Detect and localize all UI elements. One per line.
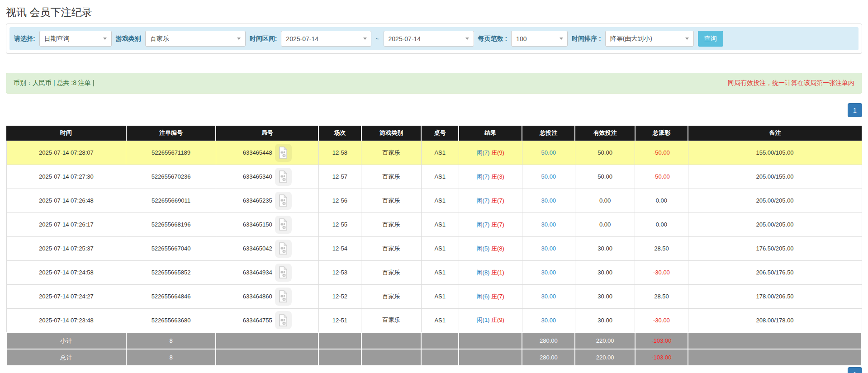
cell-valid-bet: 30.00 [575,236,635,260]
round-id-text: 633465042 [243,245,272,252]
cell-remark: 205.00/205.00 [688,212,862,236]
result-player: 闲(7) [477,197,490,204]
header-payout: 总派彩 [635,126,688,141]
date-from-picker[interactable]: 2025-07-14 [281,31,371,47]
pagination-bottom: 1 [848,367,862,373]
same-round-notice: 同局有效投注，统一计算在该局第一张注单内 [728,79,854,87]
result-player: 闲(1) [477,316,490,323]
file-video-icon[interactable] [275,192,292,210]
cell-valid-bet: 30.00 [575,260,635,284]
sort-order-value: 降幂(由大到小) [606,31,681,46]
cell-result: 闲(6) 庄(7) [459,284,522,308]
subtotal-count: 8 [126,332,216,349]
cell-round-id: 633465448 [216,141,318,165]
cell-time: 2025-07-14 07:24:58 [6,260,126,284]
filter-panel: 请选择: 日期查询 游戏类别 百家乐 时间区间: 2025-07-14 ~ 20… [6,24,862,54]
chevron-down-icon [359,31,371,46]
cell-total-bet: 30.00 [522,189,575,212]
cell-remark: 205.00/155.00 [688,165,862,189]
date-from-value: 2025-07-14 [281,31,359,46]
page-size-select[interactable]: 100 [511,31,568,47]
cell-valid-bet: 50.00 [575,165,635,189]
header-table-no: 桌号 [421,126,459,141]
file-video-icon[interactable] [275,168,292,186]
result-banker: 庄(7) [491,221,504,228]
cell-session: 12-58 [318,141,361,165]
sort-order-label: 时间排序 : [572,35,601,43]
result-banker: 庄(7) [491,197,504,204]
cell-bet-id: 522655667040 [126,236,216,260]
file-video-icon[interactable] [275,216,292,234]
page-button-1-bottom[interactable]: 1 [848,367,862,373]
header-round-id: 局号 [216,126,318,141]
cell-table-no: AS1 [421,189,459,212]
cell-remark: 206.50/176.50 [688,260,862,284]
cell-session: 12-52 [318,284,361,308]
date-range-tilde: ~ [375,35,379,42]
cell-remark: 155.00/105.00 [688,141,862,165]
cell-result: 闲(7) 庄(9) [459,141,522,165]
cell-total-bet: 30.00 [522,236,575,260]
total-bet-link[interactable]: 30.00 [541,221,556,228]
cell-total-bet: 30.00 [522,260,575,284]
betting-records-page: 视讯 会员下注纪录 请选择: 日期查询 游戏类别 百家乐 时间区间: 2025-… [0,0,868,373]
file-video-icon[interactable] [275,288,292,306]
total-bet-link[interactable]: 30.00 [541,317,556,324]
cell-game: 百家乐 [361,165,421,189]
total-bet-link[interactable]: 50.00 [541,173,556,180]
cell-round-id: 633464755 [216,308,318,332]
result-banker: 庄(7) [491,293,504,300]
cell-session: 12-55 [318,212,361,236]
file-video-icon[interactable] [275,240,292,258]
cell-table-no: AS1 [421,260,459,284]
total-bet-link[interactable]: 30.00 [541,245,556,252]
cell-session: 12-56 [318,189,361,212]
total-total-bet: 280.00 [522,349,575,366]
cell-result: 闲(1) 庄(9) [459,308,522,332]
cell-round-id: 633465340 [216,165,318,189]
file-video-icon[interactable] [275,144,292,162]
filter-bar: 请选择: 日期查询 游戏类别 百家乐 时间区间: 2025-07-14 ~ 20… [9,27,859,50]
total-bet-link[interactable]: 30.00 [541,269,556,276]
cell-table-no: AS1 [421,165,459,189]
result-banker: 庄(3) [491,173,504,180]
chevron-down-icon [99,31,111,46]
query-type-select[interactable]: 日期查询 [39,31,112,47]
subtotal-valid-bet: 220.00 [575,332,635,349]
cell-session: 12-57 [318,165,361,189]
file-video-icon[interactable] [275,264,292,282]
cell-session: 12-53 [318,260,361,284]
date-to-picker[interactable]: 2025-07-14 [384,31,474,47]
result-banker: 庄(9) [491,149,504,156]
header-game-type: 游戏类别 [361,126,421,141]
subtotal-row: 小计 8 280.00 220.00 -103.00 [6,332,862,349]
subtotal-payout: -103.00 [635,332,688,349]
cell-time: 2025-07-14 07:26:48 [6,189,126,212]
round-id-text: 633464934 [243,269,272,276]
cell-payout: 28.50 [635,236,688,260]
page-button-1[interactable]: 1 [848,103,862,117]
query-type-label: 请选择: [14,35,35,43]
cell-valid-bet: 50.00 [575,141,635,165]
file-video-icon[interactable] [275,311,292,329]
page-title: 视讯 会员下注纪录 [0,0,868,24]
game-type-select[interactable]: 百家乐 [145,31,246,47]
cell-remark: 178.00/206.50 [688,284,862,308]
betting-records-table: 时间 注单编号 局号 场次 游戏类别 桌号 结果 总投注 有效投注 总派彩 备注… [6,126,862,366]
total-bet-link[interactable]: 30.00 [541,293,556,300]
cell-payout: 28.50 [635,284,688,308]
sort-order-select[interactable]: 降幂(由大到小) [605,31,694,47]
cell-total-bet: 30.00 [522,284,575,308]
total-bet-link[interactable]: 30.00 [541,197,556,204]
cell-round-id: 633465042 [216,236,318,260]
search-button[interactable]: 查询 [698,31,723,47]
subtotal-label: 小计 [6,332,126,349]
subtotal-total-bet: 280.00 [522,332,575,349]
round-id-text: 633465340 [243,173,272,180]
round-id-text: 633464755 [243,317,272,324]
total-bet-link[interactable]: 50.00 [541,149,556,156]
table-row: 2025-07-14 07:26:17 522655668196 6334651… [6,212,862,236]
cell-round-id: 633464860 [216,284,318,308]
cell-table-no: AS1 [421,308,459,332]
cell-game: 百家乐 [361,308,421,332]
